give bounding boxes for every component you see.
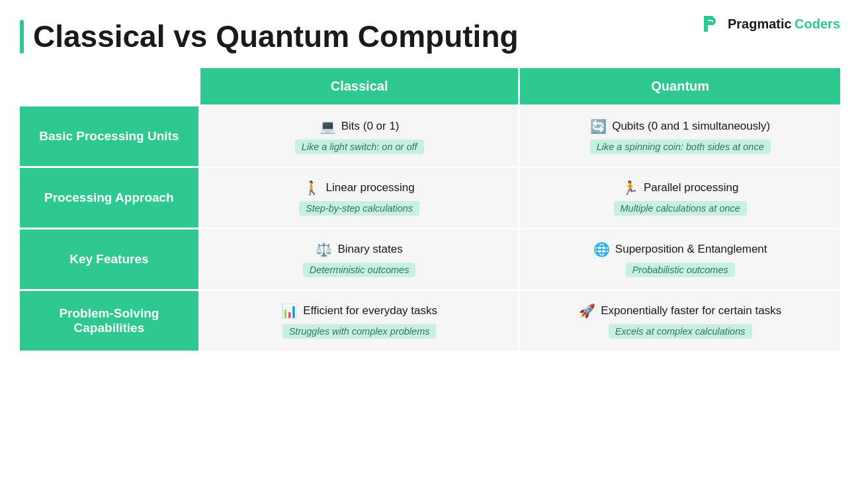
feature-cell-2: Key Features [20,228,200,289]
cell-main: 🚀 Exponentially faster for certain tasks [533,303,827,319]
cell-sub: Deterministic outcomes [303,263,416,277]
page-title: Classical vs Quantum Computing [33,20,519,54]
cell-main: 📊 Efficient for everyday tasks [214,303,505,319]
cell-icon: 📊 [281,303,298,319]
cell-icon: 🌐 [593,241,610,257]
table-row: Processing Approach 🚶 Linear processing … [20,166,840,228]
table-header-row: Classical Quantum [20,68,840,105]
cell-text: Superposition & Entanglement [615,243,767,256]
cell-text: Binary states [337,243,402,256]
quantum-cell-3: 🚀 Exponentially faster for certain tasks… [520,289,840,351]
logo-text: Pragmatic Coders [728,17,840,32]
cell-main: 🚶 Linear processing [214,180,505,196]
cell-sub: Probabilistic outcomes [626,263,735,277]
cell-text: Exponentially faster for certain tasks [601,304,781,317]
cell-icon: ⚖️ [316,241,332,257]
cell-main: 💻 Bits (0 or 1) [214,118,505,134]
feature-cell-3: Problem-Solving Capabilities [20,289,200,351]
cell-icon: 🏃 [622,180,638,196]
classical-cell-3: 📊 Efficient for everyday tasks Struggles… [200,289,521,351]
cell-icon: 🔄 [590,118,607,134]
table-row: Basic Processing Units 💻 Bits (0 or 1) L… [20,105,840,166]
cell-text: Bits (0 or 1) [341,120,400,133]
logo-icon [699,12,722,36]
feature-cell-1: Processing Approach [20,166,200,228]
cell-text: Qubits (0 and 1 simultaneously) [612,120,770,133]
table-row: Key Features ⚖️ Binary states Determinis… [20,228,840,289]
cell-main: ⚖️ Binary states [214,241,505,257]
comparison-table: Classical Quantum Basic Processing Units… [20,68,840,351]
cell-sub: Multiple calculations at once [614,201,747,216]
title-bar [20,20,24,54]
cell-sub: Like a spinning coin: both sides at once [590,140,771,154]
classical-cell-2: ⚖️ Binary states Deterministic outcomes [200,228,521,289]
cell-icon: 🚀 [579,303,595,319]
header-classical: Classical [200,68,521,105]
feature-cell-0: Basic Processing Units [20,105,200,166]
header-empty-cell [20,68,200,105]
cell-text: Efficient for everyday tasks [303,304,437,317]
cell-main: 🏃 Parallel processing [533,180,827,196]
quantum-cell-1: 🏃 Parallel processing Multiple calculati… [520,166,840,228]
cell-sub: Step-by-step calculations [299,201,419,216]
page-wrapper: Pragmatic Coders Classical vs Quantum Co… [0,0,860,504]
cell-sub: Like a light switch: on or off [295,140,424,154]
quantum-cell-2: 🌐 Superposition & Entanglement Probabili… [520,228,840,289]
cell-main: 🔄 Qubits (0 and 1 simultaneously) [533,118,827,134]
header-quantum: Quantum [520,68,840,105]
cell-text: Linear processing [325,181,414,194]
logo-area: Pragmatic Coders [699,12,840,36]
cell-icon: 🚶 [304,180,320,196]
quantum-cell-0: 🔄 Qubits (0 and 1 simultaneously) Like a… [520,105,840,166]
classical-cell-1: 🚶 Linear processing Step-by-step calcula… [200,166,521,228]
table-row: Problem-Solving Capabilities 📊 Efficient… [20,289,840,351]
cell-text: Parallel processing [644,181,739,194]
cell-icon: 💻 [320,118,336,134]
cell-main: 🌐 Superposition & Entanglement [533,241,827,257]
cell-sub: Excels at complex calculations [609,324,752,339]
table-body: Basic Processing Units 💻 Bits (0 or 1) L… [20,105,840,351]
cell-sub: Struggles with complex problems [282,324,437,339]
classical-cell-0: 💻 Bits (0 or 1) Like a light switch: on … [200,105,521,166]
